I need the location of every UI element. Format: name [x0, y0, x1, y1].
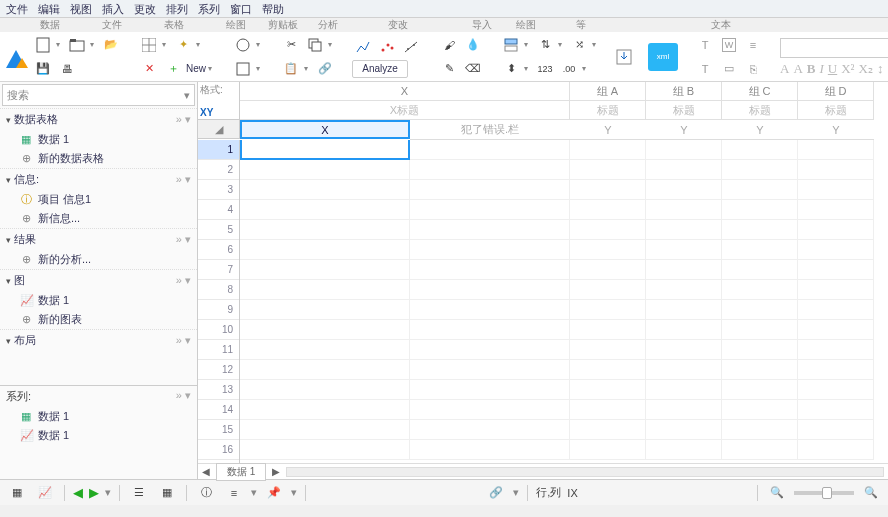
cell[interactable] — [798, 220, 874, 240]
error-column-header[interactable]: 犯了错误.栏 — [410, 120, 570, 140]
cell[interactable] — [410, 400, 570, 420]
cell[interactable] — [240, 440, 410, 460]
cell[interactable] — [722, 380, 798, 400]
cell[interactable] — [798, 160, 874, 180]
col-header-x[interactable]: X — [240, 82, 570, 101]
cell[interactable] — [646, 160, 722, 180]
print-icon[interactable]: 🖶 — [56, 58, 78, 80]
cell[interactable] — [410, 200, 570, 220]
cell[interactable] — [410, 220, 570, 240]
row-number[interactable]: 5 — [198, 220, 239, 240]
copy-icon[interactable] — [304, 34, 326, 56]
cell[interactable] — [646, 420, 722, 440]
cell[interactable] — [570, 420, 646, 440]
tree-item[interactable]: 📈数据 1 — [0, 291, 197, 310]
cell[interactable] — [570, 240, 646, 260]
dropdown-icon[interactable]: ▾ — [291, 486, 297, 499]
cell[interactable] — [410, 180, 570, 200]
dropper-icon[interactable]: 💧 — [462, 34, 484, 56]
pin-icon[interactable]: 📌 — [263, 482, 285, 504]
sort-icon[interactable]: ⬍ — [500, 58, 522, 80]
text-tool-icon[interactable]: T — [694, 34, 716, 56]
cell[interactable] — [410, 300, 570, 320]
dropdown-icon[interactable]: ▾ — [328, 40, 336, 49]
cell[interactable] — [570, 380, 646, 400]
dropdown-icon[interactable]: ▾ — [105, 486, 111, 499]
word-icon[interactable]: W — [718, 34, 740, 56]
row-number[interactable]: 2 — [198, 160, 239, 180]
dropdown-icon[interactable]: ▾ — [162, 40, 170, 49]
tree-item-new[interactable]: ⊕新的数据表格 — [0, 149, 197, 168]
section-layout[interactable]: ▾ 布局» ▾ — [0, 329, 197, 351]
cell[interactable] — [646, 340, 722, 360]
cell[interactable] — [570, 140, 646, 160]
menu-arrange[interactable]: 排列 — [166, 2, 188, 15]
transpose-icon[interactable]: ⤮ — [568, 34, 590, 56]
row-number[interactable]: 1 — [198, 140, 239, 160]
cell[interactable] — [240, 320, 410, 340]
cell[interactable] — [410, 360, 570, 380]
series-item[interactable]: 📈数据 1 — [0, 426, 197, 445]
status-chart-icon[interactable]: 📈 — [34, 482, 56, 504]
col-header-group[interactable]: 组 C — [722, 82, 798, 101]
cell[interactable] — [646, 140, 722, 160]
tree-item-new[interactable]: ⊕新的图表 — [0, 310, 197, 329]
link2-icon[interactable]: ⎘ — [742, 58, 764, 80]
cell[interactable] — [570, 280, 646, 300]
col-subheader[interactable]: 标题 — [570, 101, 646, 120]
dropdown-icon[interactable]: ▾ — [304, 64, 312, 73]
cell[interactable] — [410, 160, 570, 180]
cell[interactable] — [410, 420, 570, 440]
highlight-color-icon[interactable]: A — [793, 61, 802, 77]
scatter-icon[interactable] — [376, 36, 398, 58]
cell[interactable] — [646, 320, 722, 340]
cell[interactable] — [570, 260, 646, 280]
prev-sheet-icon[interactable]: ◀ — [202, 466, 210, 477]
corner-cell[interactable]: ◢ — [198, 120, 240, 139]
prev-icon[interactable]: ◀ — [73, 485, 83, 500]
cell[interactable] — [646, 300, 722, 320]
row-number[interactable]: 7 — [198, 260, 239, 280]
menu-change[interactable]: 更改 — [134, 2, 156, 15]
status-grid-icon[interactable]: ▦ — [6, 482, 28, 504]
cell[interactable] — [240, 300, 410, 320]
cell[interactable] — [798, 300, 874, 320]
cell[interactable] — [410, 380, 570, 400]
cell[interactable] — [570, 320, 646, 340]
row-number[interactable]: 12 — [198, 360, 239, 380]
cell[interactable] — [240, 220, 410, 240]
menu-file[interactable]: 文件 — [6, 2, 28, 15]
super-icon[interactable]: X² — [841, 61, 854, 77]
underline-icon[interactable]: U — [828, 61, 837, 77]
wand-icon[interactable]: ✦ — [172, 34, 194, 56]
row-number[interactable]: 13 — [198, 380, 239, 400]
cell[interactable] — [798, 360, 874, 380]
cell[interactable] — [722, 280, 798, 300]
text-tool2-icon[interactable]: T — [694, 58, 716, 80]
y-subheader[interactable]: Y — [722, 120, 798, 140]
row-number[interactable]: 9 — [198, 300, 239, 320]
menu-edit[interactable]: 编辑 — [38, 2, 60, 15]
cell[interactable] — [570, 180, 646, 200]
brush-icon[interactable]: 🖌 — [438, 34, 460, 56]
hscrollbar[interactable] — [286, 467, 884, 477]
cell[interactable] — [798, 280, 874, 300]
link-icon[interactable]: 🔗 — [314, 58, 336, 80]
series-item[interactable]: ▦数据 1 — [0, 407, 197, 426]
row-number[interactable]: 6 — [198, 240, 239, 260]
series-panel-header[interactable]: 系列:» ▾ — [0, 385, 197, 407]
cell[interactable] — [798, 440, 874, 460]
insert-row-icon[interactable] — [500, 34, 522, 56]
cell[interactable] — [798, 340, 874, 360]
data-cells[interactable] — [240, 140, 888, 463]
cell[interactable] — [798, 260, 874, 280]
analyze-button[interactable]: Analyze — [352, 60, 408, 78]
cell[interactable] — [570, 160, 646, 180]
col-header-group[interactable]: 组 B — [646, 82, 722, 101]
cell[interactable] — [722, 200, 798, 220]
cell[interactable] — [570, 400, 646, 420]
cell[interactable] — [570, 300, 646, 320]
row-number[interactable]: 16 — [198, 440, 239, 460]
align-icon[interactable]: ≡ — [742, 34, 764, 56]
cell[interactable] — [646, 400, 722, 420]
